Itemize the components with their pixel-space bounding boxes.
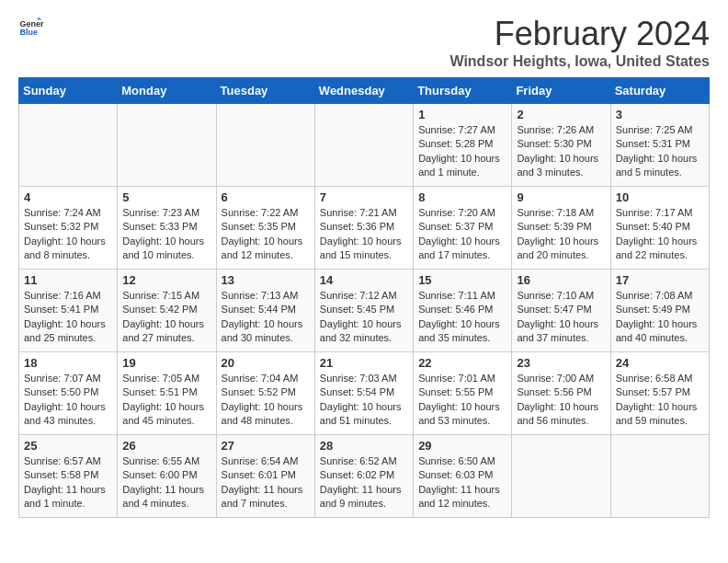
calendar-cell: 13Sunrise: 7:13 AM Sunset: 5:44 PM Dayli… bbox=[216, 270, 314, 352]
calendar-cell bbox=[118, 104, 216, 187]
calendar-cell bbox=[216, 104, 314, 187]
header-wednesday: Wednesday bbox=[314, 78, 413, 104]
day-number: 18 bbox=[24, 356, 112, 370]
svg-text:General: General bbox=[19, 19, 44, 29]
calendar-cell: 18Sunrise: 7:07 AM Sunset: 5:50 PM Dayli… bbox=[19, 352, 118, 435]
calendar-cell bbox=[314, 104, 413, 187]
day-info: Sunrise: 7:00 AM Sunset: 5:56 PM Dayligh… bbox=[517, 372, 605, 429]
calendar-body: 1Sunrise: 7:27 AM Sunset: 5:28 PM Daylig… bbox=[19, 104, 710, 518]
day-number: 21 bbox=[320, 356, 408, 370]
calendar-cell: 19Sunrise: 7:05 AM Sunset: 5:51 PM Dayli… bbox=[118, 352, 216, 435]
calendar-cell: 12Sunrise: 7:15 AM Sunset: 5:42 PM Dayli… bbox=[118, 270, 216, 352]
calendar-cell: 5Sunrise: 7:23 AM Sunset: 5:33 PM Daylig… bbox=[118, 187, 216, 270]
calendar-cell: 9Sunrise: 7:18 AM Sunset: 5:39 PM Daylig… bbox=[512, 187, 610, 270]
day-number: 4 bbox=[24, 190, 112, 204]
header-friday: Friday bbox=[512, 78, 610, 104]
day-number: 9 bbox=[517, 190, 605, 204]
calendar-cell: 1Sunrise: 7:27 AM Sunset: 5:28 PM Daylig… bbox=[414, 104, 512, 187]
day-number: 17 bbox=[616, 273, 704, 287]
calendar-week-row: 11Sunrise: 7:16 AM Sunset: 5:41 PM Dayli… bbox=[19, 270, 710, 352]
day-info: Sunrise: 7:11 AM Sunset: 5:46 PM Dayligh… bbox=[418, 289, 506, 346]
calendar-cell bbox=[512, 435, 610, 518]
day-number: 11 bbox=[24, 273, 112, 287]
calendar-cell: 14Sunrise: 7:12 AM Sunset: 5:45 PM Dayli… bbox=[314, 270, 413, 352]
header-monday: Monday bbox=[118, 78, 216, 104]
calendar-cell: 23Sunrise: 7:00 AM Sunset: 5:56 PM Dayli… bbox=[512, 352, 610, 435]
day-info: Sunrise: 7:10 AM Sunset: 5:47 PM Dayligh… bbox=[517, 289, 605, 346]
day-info: Sunrise: 7:22 AM Sunset: 5:35 PM Dayligh… bbox=[222, 206, 310, 263]
day-info: Sunrise: 7:05 AM Sunset: 5:51 PM Dayligh… bbox=[122, 372, 210, 429]
logo-icon: General Blue bbox=[18, 15, 44, 40]
calendar-cell bbox=[610, 435, 709, 518]
day-info: Sunrise: 7:13 AM Sunset: 5:44 PM Dayligh… bbox=[222, 289, 310, 346]
calendar-cell: 17Sunrise: 7:08 AM Sunset: 5:49 PM Dayli… bbox=[610, 270, 709, 352]
day-number: 19 bbox=[122, 356, 210, 370]
day-info: Sunrise: 6:58 AM Sunset: 5:57 PM Dayligh… bbox=[616, 372, 704, 429]
day-number: 14 bbox=[320, 273, 408, 287]
calendar-cell: 29Sunrise: 6:50 AM Sunset: 6:03 PM Dayli… bbox=[414, 435, 512, 518]
calendar-week-row: 4Sunrise: 7:24 AM Sunset: 5:32 PM Daylig… bbox=[19, 187, 710, 270]
day-info: Sunrise: 7:03 AM Sunset: 5:54 PM Dayligh… bbox=[320, 372, 408, 429]
calendar-week-row: 1Sunrise: 7:27 AM Sunset: 5:28 PM Daylig… bbox=[19, 104, 710, 187]
day-number: 10 bbox=[616, 190, 704, 204]
svg-text:Blue: Blue bbox=[19, 28, 38, 37]
calendar-header: Sunday Monday Tuesday Wednesday Thursday… bbox=[19, 78, 710, 104]
day-number: 6 bbox=[222, 190, 310, 204]
calendar-cell bbox=[19, 104, 118, 187]
calendar-cell: 11Sunrise: 7:16 AM Sunset: 5:41 PM Dayli… bbox=[19, 270, 118, 352]
calendar-cell: 3Sunrise: 7:25 AM Sunset: 5:31 PM Daylig… bbox=[610, 104, 709, 187]
page-header: General Blue February 2024 Windsor Heigh… bbox=[18, 15, 710, 70]
day-info: Sunrise: 7:08 AM Sunset: 5:49 PM Dayligh… bbox=[616, 289, 704, 346]
day-info: Sunrise: 7:17 AM Sunset: 5:40 PM Dayligh… bbox=[616, 206, 704, 263]
calendar-cell: 2Sunrise: 7:26 AM Sunset: 5:30 PM Daylig… bbox=[512, 104, 610, 187]
calendar-cell: 6Sunrise: 7:22 AM Sunset: 5:35 PM Daylig… bbox=[216, 187, 314, 270]
calendar-cell: 20Sunrise: 7:04 AM Sunset: 5:52 PM Dayli… bbox=[216, 352, 314, 435]
day-info: Sunrise: 7:01 AM Sunset: 5:55 PM Dayligh… bbox=[418, 372, 506, 429]
calendar-cell: 22Sunrise: 7:01 AM Sunset: 5:55 PM Dayli… bbox=[414, 352, 512, 435]
calendar-table: Sunday Monday Tuesday Wednesday Thursday… bbox=[18, 77, 710, 518]
calendar-week-row: 25Sunrise: 6:57 AM Sunset: 5:58 PM Dayli… bbox=[19, 435, 710, 518]
calendar-cell: 27Sunrise: 6:54 AM Sunset: 6:01 PM Dayli… bbox=[216, 435, 314, 518]
location-title: Windsor Heights, Iowa, United States bbox=[449, 53, 710, 70]
logo: General Blue bbox=[18, 15, 44, 40]
calendar-cell: 16Sunrise: 7:10 AM Sunset: 5:47 PM Dayli… bbox=[512, 270, 610, 352]
day-number: 23 bbox=[517, 356, 605, 370]
header-row: Sunday Monday Tuesday Wednesday Thursday… bbox=[19, 78, 710, 104]
header-sunday: Sunday bbox=[19, 78, 118, 104]
day-info: Sunrise: 7:04 AM Sunset: 5:52 PM Dayligh… bbox=[222, 372, 310, 429]
day-info: Sunrise: 6:50 AM Sunset: 6:03 PM Dayligh… bbox=[418, 454, 506, 511]
day-number: 1 bbox=[418, 108, 506, 121]
header-saturday: Saturday bbox=[610, 78, 709, 104]
day-info: Sunrise: 7:18 AM Sunset: 5:39 PM Dayligh… bbox=[517, 206, 605, 263]
day-number: 24 bbox=[616, 356, 704, 370]
calendar-cell: 28Sunrise: 6:52 AM Sunset: 6:02 PM Dayli… bbox=[314, 435, 413, 518]
day-info: Sunrise: 7:23 AM Sunset: 5:33 PM Dayligh… bbox=[122, 206, 210, 263]
day-number: 13 bbox=[222, 273, 310, 287]
day-info: Sunrise: 7:16 AM Sunset: 5:41 PM Dayligh… bbox=[24, 289, 112, 346]
title-area: February 2024 Windsor Heights, Iowa, Uni… bbox=[449, 15, 710, 70]
day-number: 16 bbox=[517, 273, 605, 287]
day-number: 3 bbox=[616, 108, 704, 121]
day-number: 28 bbox=[320, 439, 408, 453]
calendar-week-row: 18Sunrise: 7:07 AM Sunset: 5:50 PM Dayli… bbox=[19, 352, 710, 435]
calendar-cell: 4Sunrise: 7:24 AM Sunset: 5:32 PM Daylig… bbox=[19, 187, 118, 270]
calendar-cell: 21Sunrise: 7:03 AM Sunset: 5:54 PM Dayli… bbox=[314, 352, 413, 435]
day-info: Sunrise: 7:24 AM Sunset: 5:32 PM Dayligh… bbox=[24, 206, 112, 263]
day-number: 25 bbox=[24, 439, 112, 453]
calendar-cell: 10Sunrise: 7:17 AM Sunset: 5:40 PM Dayli… bbox=[610, 187, 709, 270]
day-number: 27 bbox=[222, 439, 310, 453]
day-info: Sunrise: 6:52 AM Sunset: 6:02 PM Dayligh… bbox=[320, 454, 408, 511]
day-info: Sunrise: 7:15 AM Sunset: 5:42 PM Dayligh… bbox=[122, 289, 210, 346]
day-number: 22 bbox=[418, 356, 506, 370]
day-number: 2 bbox=[517, 108, 605, 121]
day-number: 12 bbox=[122, 273, 210, 287]
calendar-cell: 15Sunrise: 7:11 AM Sunset: 5:46 PM Dayli… bbox=[414, 270, 512, 352]
day-number: 26 bbox=[122, 439, 210, 453]
day-info: Sunrise: 7:27 AM Sunset: 5:28 PM Dayligh… bbox=[418, 123, 506, 180]
day-number: 20 bbox=[222, 356, 310, 370]
calendar-cell: 25Sunrise: 6:57 AM Sunset: 5:58 PM Dayli… bbox=[19, 435, 118, 518]
day-info: Sunrise: 7:12 AM Sunset: 5:45 PM Dayligh… bbox=[320, 289, 408, 346]
day-info: Sunrise: 7:07 AM Sunset: 5:50 PM Dayligh… bbox=[24, 372, 112, 429]
day-number: 8 bbox=[418, 190, 506, 204]
day-number: 5 bbox=[122, 190, 210, 204]
